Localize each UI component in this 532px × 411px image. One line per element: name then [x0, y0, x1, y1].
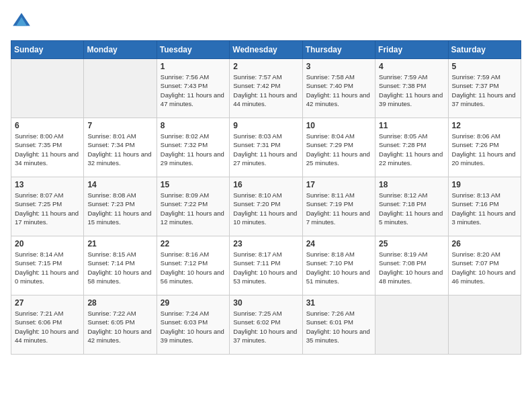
- day-number: 19: [452, 180, 517, 189]
- page-header: [11, 11, 521, 32]
- calendar-cell: 18Sunrise: 8:12 AMSunset: 7:18 PMDayligh…: [375, 177, 448, 236]
- day-info: Sunrise: 8:05 AMSunset: 7:28 PMDaylight:…: [379, 132, 444, 167]
- calendar-cell: [375, 295, 448, 355]
- calendar-week-row: 13Sunrise: 8:07 AMSunset: 7:25 PMDayligh…: [11, 177, 521, 236]
- calendar-cell: 9Sunrise: 8:03 AMSunset: 7:31 PMDaylight…: [230, 118, 302, 177]
- day-number: 31: [306, 298, 371, 308]
- day-info: Sunrise: 8:00 AMSunset: 7:35 PMDaylight:…: [15, 132, 80, 167]
- day-number: 28: [87, 298, 152, 308]
- day-info: Sunrise: 8:12 AMSunset: 7:18 PMDaylight:…: [379, 191, 444, 226]
- day-number: 2: [233, 62, 298, 71]
- day-number: 14: [87, 180, 152, 189]
- day-number: 13: [15, 180, 80, 189]
- calendar-cell: 25Sunrise: 8:19 AMSunset: 7:08 PMDayligh…: [375, 236, 448, 295]
- day-number: 7: [87, 121, 152, 130]
- logo-icon: [11, 11, 32, 32]
- calendar-cell: 16Sunrise: 8:10 AMSunset: 7:20 PMDayligh…: [230, 177, 302, 236]
- day-number: 12: [452, 121, 517, 130]
- day-info: Sunrise: 8:02 AMSunset: 7:32 PMDaylight:…: [161, 132, 226, 167]
- calendar-header-row: SundayMondayTuesdayWednesdayThursdayFrid…: [11, 41, 521, 59]
- weekday-header: Monday: [84, 41, 157, 59]
- day-number: 24: [306, 239, 371, 248]
- day-info: Sunrise: 8:03 AMSunset: 7:31 PMDaylight:…: [233, 132, 298, 167]
- weekday-header: Tuesday: [157, 41, 229, 59]
- day-info: Sunrise: 7:59 AMSunset: 7:37 PMDaylight:…: [452, 73, 517, 108]
- weekday-header: Wednesday: [230, 41, 302, 59]
- calendar-cell: [11, 59, 84, 118]
- day-info: Sunrise: 7:58 AMSunset: 7:40 PMDaylight:…: [306, 73, 371, 108]
- calendar-cell: 10Sunrise: 8:04 AMSunset: 7:29 PMDayligh…: [302, 118, 375, 177]
- calendar-cell: 14Sunrise: 8:08 AMSunset: 7:23 PMDayligh…: [84, 177, 157, 236]
- day-info: Sunrise: 8:07 AMSunset: 7:25 PMDaylight:…: [15, 191, 80, 226]
- calendar-cell: 3Sunrise: 7:58 AMSunset: 7:40 PMDaylight…: [302, 59, 375, 118]
- calendar-cell: 30Sunrise: 7:25 AMSunset: 6:02 PMDayligh…: [230, 295, 302, 355]
- day-number: 5: [452, 62, 517, 71]
- day-number: 26: [452, 239, 517, 248]
- calendar-cell: 20Sunrise: 8:14 AMSunset: 7:15 PMDayligh…: [11, 236, 84, 295]
- calendar-week-row: 6Sunrise: 8:00 AMSunset: 7:35 PMDaylight…: [11, 118, 521, 177]
- day-number: 18: [379, 180, 444, 189]
- calendar-cell: 23Sunrise: 8:17 AMSunset: 7:11 PMDayligh…: [230, 236, 302, 295]
- day-number: 3: [306, 62, 371, 71]
- calendar-cell: 26Sunrise: 8:20 AMSunset: 7:07 PMDayligh…: [448, 236, 521, 295]
- calendar-cell: 27Sunrise: 7:21 AMSunset: 6:06 PMDayligh…: [11, 295, 84, 355]
- calendar-cell: 7Sunrise: 8:01 AMSunset: 7:34 PMDaylight…: [84, 118, 157, 177]
- calendar-week-row: 20Sunrise: 8:14 AMSunset: 7:15 PMDayligh…: [11, 236, 521, 295]
- calendar-week-row: 27Sunrise: 7:21 AMSunset: 6:06 PMDayligh…: [11, 295, 521, 355]
- calendar-cell: 19Sunrise: 8:13 AMSunset: 7:16 PMDayligh…: [448, 177, 521, 236]
- day-info: Sunrise: 7:56 AMSunset: 7:43 PMDaylight:…: [161, 73, 226, 108]
- weekday-header: Thursday: [302, 41, 375, 59]
- day-info: Sunrise: 7:59 AMSunset: 7:38 PMDaylight:…: [379, 73, 444, 108]
- calendar-cell: 2Sunrise: 7:57 AMSunset: 7:42 PMDaylight…: [230, 59, 302, 118]
- day-info: Sunrise: 7:57 AMSunset: 7:42 PMDaylight:…: [233, 73, 298, 108]
- calendar-cell: 22Sunrise: 8:16 AMSunset: 7:12 PMDayligh…: [157, 236, 229, 295]
- calendar-cell: 8Sunrise: 8:02 AMSunset: 7:32 PMDaylight…: [157, 118, 229, 177]
- day-info: Sunrise: 7:21 AMSunset: 6:06 PMDaylight:…: [15, 309, 80, 345]
- calendar-cell: 5Sunrise: 7:59 AMSunset: 7:37 PMDaylight…: [448, 59, 521, 118]
- day-number: 4: [379, 62, 444, 71]
- day-number: 20: [15, 239, 80, 248]
- day-info: Sunrise: 7:26 AMSunset: 6:01 PMDaylight:…: [306, 309, 371, 345]
- calendar-cell: [448, 295, 521, 355]
- calendar-cell: 17Sunrise: 8:11 AMSunset: 7:19 PMDayligh…: [302, 177, 375, 236]
- calendar-cell: 29Sunrise: 7:24 AMSunset: 6:03 PMDayligh…: [157, 295, 229, 355]
- day-info: Sunrise: 8:06 AMSunset: 7:26 PMDaylight:…: [452, 132, 517, 167]
- calendar-cell: 11Sunrise: 8:05 AMSunset: 7:28 PMDayligh…: [375, 118, 448, 177]
- day-info: Sunrise: 8:10 AMSunset: 7:20 PMDaylight:…: [233, 191, 298, 226]
- day-info: Sunrise: 8:15 AMSunset: 7:14 PMDaylight:…: [87, 250, 152, 285]
- calendar-cell: 13Sunrise: 8:07 AMSunset: 7:25 PMDayligh…: [11, 177, 84, 236]
- day-info: Sunrise: 8:20 AMSunset: 7:07 PMDaylight:…: [452, 250, 517, 285]
- day-info: Sunrise: 7:22 AMSunset: 6:05 PMDaylight:…: [87, 309, 152, 345]
- calendar-cell: 1Sunrise: 7:56 AMSunset: 7:43 PMDaylight…: [157, 59, 229, 118]
- day-number: 30: [233, 298, 298, 308]
- day-number: 9: [233, 121, 298, 130]
- weekday-header: Friday: [375, 41, 448, 59]
- day-number: 10: [306, 121, 371, 130]
- weekday-header: Sunday: [11, 41, 84, 59]
- calendar-cell: 12Sunrise: 8:06 AMSunset: 7:26 PMDayligh…: [448, 118, 521, 177]
- calendar-cell: 28Sunrise: 7:22 AMSunset: 6:05 PMDayligh…: [84, 295, 157, 355]
- calendar-cell: [84, 59, 157, 118]
- weekday-header: Saturday: [448, 41, 521, 59]
- day-info: Sunrise: 7:24 AMSunset: 6:03 PMDaylight:…: [161, 309, 226, 345]
- day-info: Sunrise: 8:11 AMSunset: 7:19 PMDaylight:…: [306, 191, 371, 226]
- day-number: 16: [233, 180, 298, 189]
- day-number: 17: [306, 180, 371, 189]
- day-info: Sunrise: 8:16 AMSunset: 7:12 PMDaylight:…: [161, 250, 226, 285]
- day-number: 1: [161, 62, 226, 71]
- day-number: 8: [161, 121, 226, 130]
- calendar-cell: 21Sunrise: 8:15 AMSunset: 7:14 PMDayligh…: [84, 236, 157, 295]
- day-number: 22: [161, 239, 226, 248]
- day-number: 25: [379, 239, 444, 248]
- day-info: Sunrise: 8:09 AMSunset: 7:22 PMDaylight:…: [161, 191, 226, 226]
- calendar-week-row: 1Sunrise: 7:56 AMSunset: 7:43 PMDaylight…: [11, 59, 521, 118]
- day-info: Sunrise: 8:17 AMSunset: 7:11 PMDaylight:…: [233, 250, 298, 285]
- day-number: 6: [15, 121, 80, 130]
- logo: [11, 11, 35, 32]
- day-number: 23: [233, 239, 298, 248]
- day-number: 11: [379, 121, 444, 130]
- day-number: 15: [161, 180, 226, 189]
- calendar-cell: 4Sunrise: 7:59 AMSunset: 7:38 PMDaylight…: [375, 59, 448, 118]
- day-info: Sunrise: 8:19 AMSunset: 7:08 PMDaylight:…: [379, 250, 444, 285]
- day-number: 29: [161, 298, 226, 308]
